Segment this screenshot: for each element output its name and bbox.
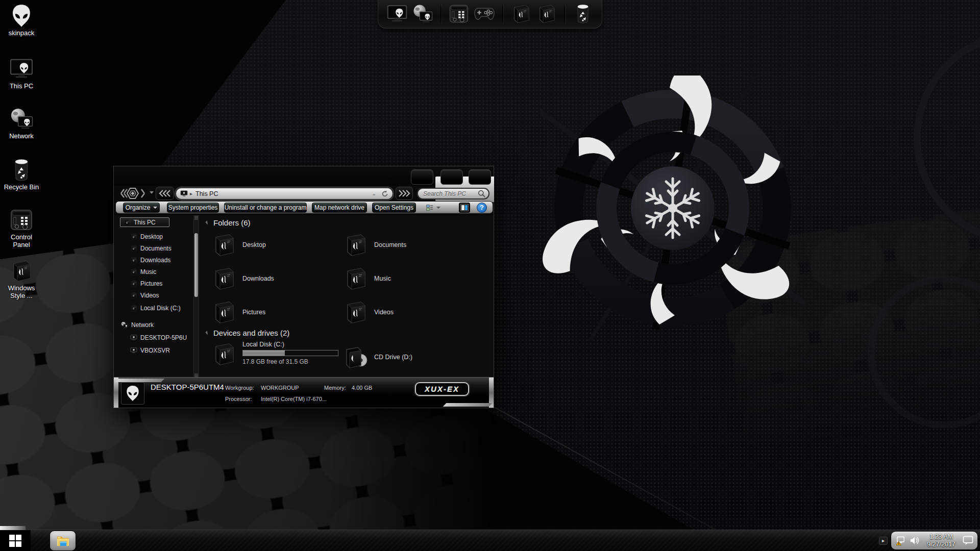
organize-button[interactable]: Organize <box>123 203 160 213</box>
dock-control-panel-icon[interactable] <box>448 3 470 24</box>
collapse-triangle-icon[interactable] <box>205 220 209 224</box>
address-location: This PC <box>195 190 372 197</box>
desktop-icon-label: Control Panel <box>6 233 37 248</box>
tribal-box-icon <box>10 259 33 283</box>
open-settings-button[interactable]: Open Settings <box>372 203 416 213</box>
dock-game-controller-icon[interactable] <box>474 3 495 24</box>
refresh-icon[interactable] <box>381 190 388 197</box>
dock-tribal-box-icon-2[interactable] <box>536 3 557 24</box>
help-button[interactable]: ? <box>477 203 487 213</box>
navigation-pane: This PC Desktop Documents Downloads Musi… <box>118 215 193 378</box>
desktop-icon-control-panel[interactable]: Control Panel <box>0 208 43 248</box>
drive-item-local-disk[interactable]: Local Disk (C:) 17.8 GB free of 31.5 GB <box>212 341 338 367</box>
box-icon <box>130 233 137 240</box>
search-input[interactable] <box>423 190 478 197</box>
change-view-button[interactable] <box>426 203 453 213</box>
folder-item-desktop[interactable]: Desktop <box>212 233 334 257</box>
sidebar-item-downloads[interactable]: Downloads <box>130 255 170 265</box>
sidebar-item-desktop[interactable]: Desktop <box>130 232 163 241</box>
tribal-box-icon <box>344 300 368 324</box>
devices-section-header[interactable]: Devices and drives (2) <box>206 329 289 337</box>
folder-item-downloads[interactable]: Downloads <box>212 266 334 291</box>
search-icon[interactable] <box>478 190 485 197</box>
sidebar-item-documents[interactable]: Documents <box>130 243 172 253</box>
dock-this-pc-icon[interactable] <box>386 3 408 24</box>
scrollbar-up-arrow[interactable] <box>194 216 198 220</box>
tribal-box-icon <box>344 266 368 291</box>
dock-separator <box>502 4 503 24</box>
sidebar-item-videos[interactable]: Videos <box>130 290 159 300</box>
maximize-button[interactable] <box>440 169 463 185</box>
drive-item-cd[interactable]: CD Drive (D:) <box>344 344 412 370</box>
taskbar-file-explorer-button[interactable] <box>50 531 76 551</box>
organize-caret-icon <box>153 207 157 209</box>
status-accent-top-left <box>115 379 165 382</box>
dock-separator <box>440 4 442 24</box>
top-dock <box>378 0 602 29</box>
recent-locations-caret[interactable] <box>150 191 154 194</box>
scrollbar-thumb[interactable] <box>194 233 198 297</box>
address-dropdown-caret[interactable]: ⌄ <box>372 191 376 196</box>
address-bar[interactable]: ▸ This PC ⌄ <box>175 187 394 200</box>
tray-clock[interactable]: 1:23 AM 9/27/2017 <box>923 533 959 548</box>
navigation-row: ▸ This PC ⌄ <box>114 186 494 201</box>
desktop-icon-recycle-bin[interactable]: Recycle Bin <box>0 158 43 191</box>
sidebar-item-vboxsvr[interactable]: VBOXSVR <box>130 345 170 355</box>
preview-pane-button[interactable] <box>459 203 470 213</box>
desktop-icon-windows-style[interactable]: Windows Style ... <box>0 259 43 299</box>
sidebar-item-network[interactable]: Network <box>121 320 154 330</box>
sidebar-label: VBOXSVR <box>140 347 170 354</box>
collapse-triangle-icon[interactable] <box>205 331 209 335</box>
explorer-window: ▸ This PC ⌄ Organize System properties U… <box>113 166 494 408</box>
navigate-back-chevrons[interactable] <box>156 187 174 200</box>
folder-item-pictures[interactable]: Pictures <box>212 300 334 324</box>
show-hidden-icons-button[interactable]: ▸ <box>879 537 888 545</box>
desktop-icon-network[interactable]: Network <box>0 107 43 140</box>
sidebar-item-desktop-5p6u[interactable]: DESKTOP-5P6U <box>130 333 187 342</box>
uninstall-program-button[interactable]: Uninstall or change a program <box>224 203 307 213</box>
sidebar-item-local-disk[interactable]: Local Disk (C:) <box>130 303 181 313</box>
search-box[interactable] <box>417 188 489 199</box>
dock-network-icon[interactable] <box>412 3 433 24</box>
volume-icon[interactable] <box>910 536 920 545</box>
desktop-icon-label: This PC <box>10 82 33 90</box>
action-center-icon[interactable] <box>963 536 973 545</box>
taskbar: ▸ 1:23 AM 9/27/2017 <box>0 530 980 551</box>
globe-monitor-icon <box>121 321 128 329</box>
processor-value: Intel(R) Core(TM) i7-670... <box>261 396 327 402</box>
desktop-icon-label: Network <box>9 132 34 140</box>
close-button[interactable] <box>469 169 491 185</box>
desktop-icon-skinpack[interactable]: skinpack <box>0 4 43 37</box>
workgroup-value: WORKGROUP <box>261 385 299 391</box>
sidebar-label: Documents <box>140 245 172 252</box>
back-forward-emblem[interactable] <box>118 187 148 200</box>
folders-section-header[interactable]: Folders (6) <box>206 218 251 227</box>
navigate-forward-chevrons[interactable] <box>396 187 413 200</box>
box-icon <box>130 292 137 299</box>
chevrons-left-icon <box>158 189 172 197</box>
network-warning-icon[interactable] <box>895 536 906 546</box>
map-network-drive-button[interactable]: Map network drive <box>312 203 367 213</box>
folder-item-videos[interactable]: Videos <box>344 300 466 324</box>
computer-name: DESKTOP-5P6UTM4 <box>151 383 224 391</box>
globe-monitor-icon <box>10 107 33 131</box>
folder-item-documents[interactable]: Documents <box>344 233 466 257</box>
system-properties-button[interactable]: System properties <box>167 203 219 213</box>
sidebar-label: This PC <box>134 219 156 226</box>
sidebar-item-this-pc[interactable]: This PC <box>120 217 169 227</box>
dock-recycle-bin-icon[interactable] <box>572 3 594 24</box>
folder-label: Desktop <box>242 241 266 248</box>
sidebar-scrollbar[interactable] <box>193 215 199 378</box>
start-button[interactable] <box>0 530 31 551</box>
minimize-button[interactable] <box>411 169 433 185</box>
folder-item-music[interactable]: Music <box>344 266 466 291</box>
desktop-icon-this-pc[interactable]: This PC <box>0 57 43 90</box>
recycle-bin-icon <box>10 158 33 182</box>
views-icon <box>426 204 433 211</box>
dock-tribal-box-icon[interactable] <box>510 3 532 24</box>
views-caret-icon <box>436 207 440 209</box>
sidebar-item-pictures[interactable]: Pictures <box>130 279 162 288</box>
sidebar-label: Network <box>131 321 154 329</box>
chevrons-right-icon <box>398 189 411 197</box>
sidebar-item-music[interactable]: Music <box>130 267 156 277</box>
